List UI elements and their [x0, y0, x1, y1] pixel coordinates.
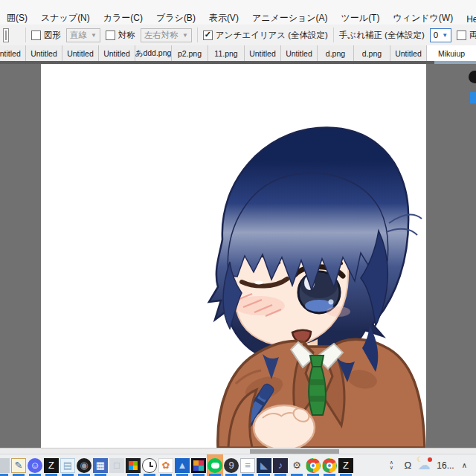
settings-gear-icon[interactable]: ⚙	[289, 454, 305, 476]
document-tab[interactable]: Untitled	[281, 45, 318, 61]
photos-icon[interactable]: ▲	[174, 454, 190, 476]
alarm-clock-icon[interactable]	[141, 454, 158, 476]
chevron-down-icon: ▼	[442, 32, 448, 39]
shape-toggle[interactable]: 図形	[31, 30, 61, 41]
panel-edge-button-dark[interactable]	[469, 71, 476, 83]
notebook-icon[interactable]: ▤	[60, 454, 76, 476]
ms-store-grid-icon[interactable]	[125, 454, 141, 476]
tab-label: 11.png	[214, 49, 237, 58]
video-editor-icon[interactable]: ✎	[10, 454, 27, 476]
symmetry-label: 対称	[118, 30, 135, 41]
document-tab[interactable]: d.png	[354, 45, 390, 61]
chrome-icon-2[interactable]	[321, 454, 338, 476]
antialias-checkbox[interactable]	[203, 30, 213, 40]
z-app-icon-2[interactable]: Z	[338, 454, 354, 476]
tab-label: Untitled	[249, 49, 276, 58]
app-window: 囲(S)スナップ(N)カラー(C)ブラシ(B)表示(V)アニメーション(A)ツー…	[0, 0, 476, 476]
document-tab[interactable]: Untitled	[0, 45, 26, 61]
antialias-label: アンチエイリアス (全体設定)	[216, 30, 328, 41]
tab-label: Untitled	[0, 49, 21, 58]
stabilizer-select[interactable]: 0 ▼	[430, 28, 451, 42]
symmetry-toggle[interactable]: 対称	[106, 30, 135, 41]
calculator-icon[interactable]: ▦	[92, 454, 109, 476]
people-icon[interactable]: Ω	[399, 454, 416, 476]
image-viewer-icon[interactable]: ◣	[256, 454, 272, 476]
character-illustration	[41, 64, 426, 448]
z-app-icon[interactable]: Z	[43, 454, 60, 476]
grid-icon	[5, 30, 7, 40]
antialias-toggle[interactable]: アンチエイリアス (全体設定)	[203, 30, 328, 41]
document-tab[interactable]: Mikuiup	[427, 45, 476, 61]
character-group	[209, 128, 425, 448]
symmetry-type-select[interactable]: 左右対称 ▼	[141, 28, 192, 42]
tab-label: Mikuiup	[438, 49, 465, 58]
discord-icon[interactable]: ☺	[27, 454, 43, 476]
separator	[333, 28, 334, 42]
menu-item[interactable]: ブラシ(B)	[149, 12, 202, 25]
chrome-icon[interactable]	[305, 454, 321, 476]
document-tab[interactable]: d.png	[318, 45, 354, 61]
tab-label: p2.png	[178, 49, 202, 58]
document-tab[interactable]: Untitled	[26, 45, 62, 61]
tool-options-bar: 図形 直線 ▼ 対称 左右対称 ▼ アンチエイリアス (全体設定) 手ぶれ補正 …	[0, 25, 476, 46]
tab-label: Untitled	[103, 49, 130, 58]
document-tab-bar: Untitled Untitled Untitled Untitled あddd…	[0, 45, 476, 61]
menu-item[interactable]: Help	[460, 14, 476, 25]
tab-label: あddd.png	[135, 48, 171, 59]
document-tab[interactable]: Untitled	[245, 45, 281, 61]
symmetry-checkbox[interactable]	[106, 30, 115, 40]
tray-expand-icon[interactable]: ∧ ∨	[383, 454, 399, 476]
edge-pressure-label: 両端の筆圧を	[469, 30, 476, 41]
system-tray: ∧ ∨ Ω ☁ 16... ∧	[395, 454, 476, 476]
drawing-canvas[interactable]	[41, 64, 426, 448]
brush-texture-button[interactable]	[3, 28, 9, 42]
separator	[25, 28, 26, 42]
edge-pressure-checkbox[interactable]	[457, 30, 466, 40]
menu-item[interactable]: ウィンドウ(W)	[386, 12, 460, 25]
symmetry-type-value: 左右対称	[144, 30, 178, 41]
chevron-up-icon[interactable]: ∧	[459, 461, 470, 469]
document-tab[interactable]: あddd.png	[135, 45, 172, 61]
document-tab[interactable]: Untitled	[390, 45, 427, 61]
taskbar-icons: ✎ ☺ Z ▤ ◉ ▦ □ ✿ ▲	[6, 454, 354, 476]
menu-item[interactable]: スナップ(N)	[34, 12, 97, 25]
paint-app-icon[interactable]: ✿	[158, 454, 174, 476]
menu-item[interactable]: カラー(C)	[97, 12, 149, 25]
shape-type-value: 直線	[70, 30, 87, 41]
chevron-down-icon: ▼	[91, 32, 97, 39]
windows-taskbar: ✎ ☺ Z ▤ ◉ ▦ □ ✿ ▲	[0, 454, 476, 476]
tab-label: Untitled	[286, 49, 312, 58]
notepad-icon[interactable]: ≡	[239, 454, 256, 476]
weather-icon[interactable]: ☁	[416, 454, 432, 476]
panel-edge-button-blue[interactable]	[470, 92, 476, 103]
clipped-edge-icon[interactable]	[0, 454, 10, 476]
chevron-down-icon: ▼	[182, 32, 188, 39]
menu-item[interactable]: アニメーション(A)	[245, 12, 335, 25]
ghost-window-icon[interactable]: □	[109, 454, 125, 476]
stabilizer-value: 0	[434, 30, 438, 39]
document-tab[interactable]: p2.png	[172, 45, 208, 61]
document-tab[interactable]: Untitled	[62, 45, 99, 61]
tab-label: Untitled	[30, 49, 57, 58]
line-messenger-icon[interactable]	[207, 454, 223, 476]
edge-pressure-toggle[interactable]: 両端の筆圧を	[457, 30, 476, 41]
tab-label: Untitled	[395, 49, 422, 58]
weather-temperature[interactable]: 16...	[437, 460, 454, 471]
tab-label: d.png	[326, 49, 345, 58]
swirl-icon[interactable]: 9	[223, 454, 239, 476]
shape-label: 図形	[44, 30, 61, 41]
shape-checkbox[interactable]	[31, 30, 41, 40]
pixel-art-icon[interactable]	[190, 454, 207, 476]
lens-icon[interactable]: ◉	[76, 454, 92, 476]
shape-type-select[interactable]: 直線 ▼	[66, 28, 100, 42]
menu-item[interactable]: ツール(T)	[335, 12, 387, 25]
document-tab[interactable]: Untitled	[99, 45, 135, 61]
menu-item[interactable]: 囲(S)	[0, 12, 34, 25]
media-app-icon[interactable]: ♪	[272, 454, 289, 476]
stabilizer-label: 手ぶれ補正 (全体設定)	[339, 30, 425, 41]
canvas-workspace	[0, 64, 476, 448]
document-tab[interactable]: 11.png	[208, 45, 245, 61]
tab-label: Untitled	[67, 49, 94, 58]
menu-item[interactable]: 表示(V)	[202, 12, 245, 25]
separator	[197, 28, 198, 42]
